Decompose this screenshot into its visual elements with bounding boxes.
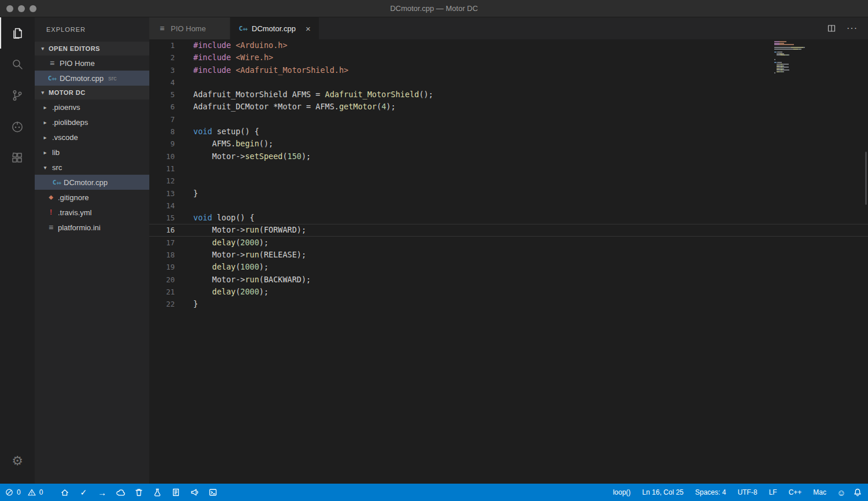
activity-bar-bottom: ⚙ (0, 445, 35, 477)
status-symbol[interactable]: loop() (608, 488, 635, 496)
activity-item-explorer[interactable] (0, 17, 35, 49)
code-line-16[interactable]: 16 Motor->run(FORWARD); (149, 224, 868, 236)
code-line-18[interactable]: 18 Motor->run(RELEASE); (149, 249, 868, 261)
warning-icon (27, 488, 36, 497)
line-number: 20 (149, 274, 175, 286)
code-line-1[interactable]: 1 #include <Arduino.h> (149, 39, 868, 51)
code-editor[interactable]: 1 #include <Arduino.h> 2 #include <Wire.… (149, 39, 868, 484)
code-line-10[interactable]: 10 Motor->setSpeed(150); (149, 150, 868, 163)
status-language-mode[interactable]: C++ (784, 488, 807, 496)
activity-item-platformio[interactable] (0, 111, 35, 142)
code-line-11[interactable]: 11 (149, 163, 868, 175)
status-build-button[interactable]: ✓ (79, 488, 88, 497)
editor-actions: ··· (827, 17, 868, 39)
line-number: 9 (149, 138, 175, 150)
open-editors-header[interactable]: ▾ OPEN EDITORS (35, 42, 149, 56)
status-encoding[interactable]: UTF-8 (733, 488, 762, 496)
tree-item-label: src (52, 163, 62, 172)
status-indentation[interactable]: Spaces: 4 (690, 488, 730, 496)
code-line-6[interactable]: 6 Adafruit_DCMotor *Motor = AFMS.getMoto… (149, 101, 868, 113)
status-remote-button[interactable] (116, 488, 125, 497)
platformio-icon (10, 119, 25, 134)
code-line-8[interactable]: 8 void setup() { (149, 126, 868, 138)
code-line-7[interactable]: 7 (149, 113, 868, 126)
code-lines: 1 #include <Arduino.h> 2 #include <Wire.… (149, 39, 868, 311)
status-run-task-button[interactable] (171, 488, 181, 497)
activity-item-source-control[interactable] (0, 80, 35, 111)
scrollbar-thumb[interactable] (865, 152, 867, 205)
status-pio-home-button[interactable] (60, 488, 69, 497)
status-keyboard-layout[interactable]: Mac (808, 488, 831, 496)
smiley-icon[interactable]: ☺ (837, 488, 846, 497)
tree-item-lib[interactable]: ▸lib (35, 145, 149, 160)
home-icon (60, 488, 69, 497)
code-line-12[interactable]: 12 (149, 175, 868, 187)
line-number: 21 (149, 286, 175, 298)
line-number: 22 (149, 298, 175, 310)
code-line-4[interactable]: 4 (149, 76, 868, 89)
tree-item-platformio-ini[interactable]: ≡platformio.ini (35, 220, 149, 235)
open-editor-dcmotor-cpp[interactable]: C++ DCmotor.cpp src (35, 71, 149, 86)
code-line-19[interactable]: 19 delay(1000); (149, 261, 868, 273)
code-line-22[interactable]: 22 } (149, 298, 868, 310)
close-icon[interactable]: × (306, 24, 311, 33)
tree-item-pioenvs[interactable]: ▸.pioenvs (35, 100, 149, 115)
more-actions-icon[interactable]: ··· (847, 24, 858, 33)
line-number: 2 (149, 51, 175, 64)
tree-item-vscode[interactable]: ▸.vscode (35, 130, 149, 145)
close-button[interactable] (6, 5, 13, 12)
problems-indicator[interactable]: 0 0 (5, 488, 46, 497)
open-editor-label: DCmotor.cpp (60, 74, 104, 83)
activity-item-settings[interactable]: ⚙ (0, 445, 35, 477)
code-line-17[interactable]: 17 delay(2000); (149, 237, 868, 249)
chevron-right-icon: ▸ (41, 134, 50, 141)
trash-icon (134, 488, 144, 497)
code-line-14[interactable]: 14 (149, 200, 868, 212)
cloud-icon (116, 488, 125, 497)
activity-item-search[interactable] (0, 49, 35, 80)
code-line-15[interactable]: 15 void loop() { (149, 212, 868, 224)
ini-icon: ≡ (46, 223, 56, 232)
warning-count: 0 (39, 488, 43, 496)
activity-item-extensions[interactable] (0, 142, 35, 174)
split-editor-icon[interactable] (827, 24, 836, 33)
minimize-button[interactable] (18, 5, 25, 12)
tree-item-travis-yml[interactable]: !.travis.yml (35, 205, 149, 220)
activity-bar-items (0, 17, 35, 174)
code-line-21[interactable]: 21 delay(2000); (149, 286, 868, 298)
error-count: 0 (17, 488, 21, 496)
status-eol[interactable]: LF (764, 488, 782, 496)
window-title: DCmotor.cpp — Motor DC (0, 4, 868, 13)
chevron-right-icon: ▸ (41, 104, 50, 110)
project-header[interactable]: ▾ MOTOR DC (35, 86, 149, 100)
code-line-3[interactable]: 3 #include <Adafruit_MotorShield.h> (149, 64, 868, 76)
status-upload-button[interactable]: → (97, 488, 106, 497)
tab-dcmotor-cpp[interactable]: C++ DCmotor.cpp × (230, 17, 319, 39)
code-line-20[interactable]: 20 Motor->run(BACKWARD); (149, 274, 868, 286)
list-icon: ≡ (157, 24, 167, 33)
status-test-button[interactable] (153, 488, 162, 497)
zoom-button[interactable] (30, 5, 36, 12)
tree-item-label: .vscode (52, 133, 78, 142)
status-serial-monitor-button[interactable] (190, 488, 199, 497)
status-clean-button[interactable] (134, 488, 144, 497)
bell-icon[interactable] (853, 488, 862, 497)
line-number: 8 (149, 126, 175, 138)
tab-pio-home[interactable]: ≡ PIO Home (149, 17, 230, 39)
code-line-9[interactable]: 9 AFMS.begin(); (149, 138, 868, 150)
status-cursor-position[interactable]: Ln 16, Col 25 (638, 488, 688, 496)
code-line-5[interactable]: 5 Adafruit_MotorShield AFMS = Adafruit_M… (149, 89, 868, 101)
code-line-13[interactable]: 13 } (149, 187, 868, 200)
minimap[interactable] (774, 41, 861, 74)
tree-item-dcmotor-cpp[interactable]: C++DCmotor.cpp (35, 175, 149, 190)
line-number: 14 (149, 200, 175, 212)
tree-item-piolibdeps[interactable]: ▸.piolibdeps (35, 115, 149, 130)
explorer-sidebar: EXPLORER ▾ OPEN EDITORS ≡ PIO Home C++ D… (35, 17, 149, 484)
tree-item-label: .gitignore (58, 193, 89, 202)
tree-item-src[interactable]: ▾src (35, 160, 149, 175)
status-terminal-button[interactable] (208, 488, 218, 497)
cpp-icon: C++ (238, 24, 248, 33)
open-editor-pio-home[interactable]: ≡ PIO Home (35, 56, 149, 71)
code-line-2[interactable]: 2 #include <Wire.h> (149, 51, 868, 64)
tree-item-gitignore[interactable]: ◆.gitignore (35, 190, 149, 205)
